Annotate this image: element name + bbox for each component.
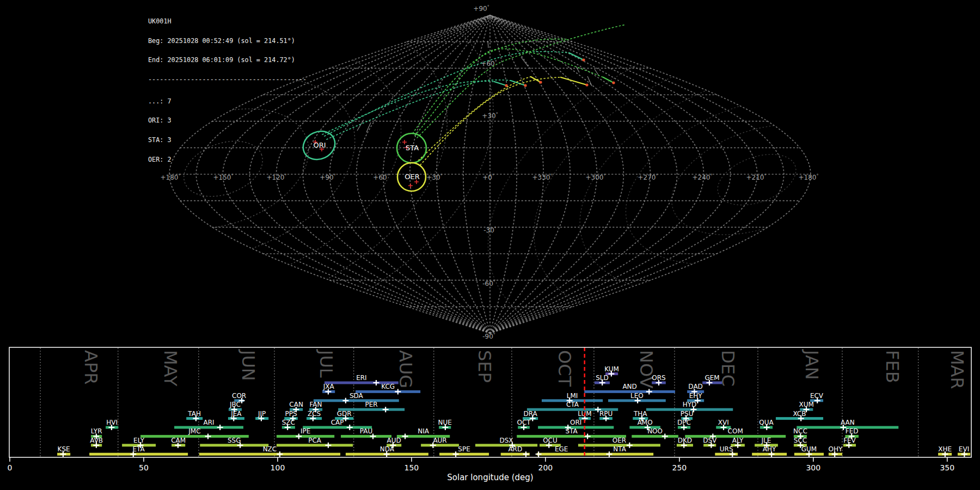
- meteor-track-ori: [322, 81, 494, 134]
- shower-label-nta: NTA: [613, 445, 626, 453]
- lon-label: +240°: [693, 174, 713, 181]
- shower-bar-sda: [314, 399, 399, 402]
- count-ori: ORI: 3: [148, 118, 307, 124]
- shower-label-ocu: OCU: [543, 437, 558, 444]
- x-tick-label: 250: [672, 463, 687, 472]
- shower-szc: SZC: [282, 419, 295, 430]
- lon-label: +330°: [532, 174, 553, 181]
- shower-ahy: AHY: [752, 445, 787, 457]
- shower-dsv: DSV: [703, 437, 717, 448]
- shower-label-dkd: DKD: [678, 437, 692, 444]
- shower-label-per: PER: [365, 401, 378, 408]
- radiant-meteor-mark: [408, 183, 413, 188]
- shower-ege: EGE: [536, 445, 586, 457]
- shower-label-ari: ARI: [203, 419, 214, 426]
- shower-label-ori: ORI: [570, 419, 581, 426]
- shower-peak-marker: [662, 433, 668, 439]
- shower-spe: SPE: [439, 445, 489, 457]
- begin-time: Beg: 20251028 00:52:49 (sol = 214.51°): [148, 38, 307, 45]
- shower-label-zcs: ZCS: [308, 410, 321, 418]
- shower-peak-marker: [395, 389, 401, 394]
- lon-label: +120°: [267, 174, 287, 181]
- shower-label-kse: KSE: [58, 445, 70, 453]
- shower-label-kcg: KCG: [381, 383, 395, 390]
- shower-label-eri: ERI: [356, 374, 366, 382]
- shower-aur: AUR: [421, 437, 459, 448]
- shower-label-noo: NOO: [647, 427, 663, 435]
- lon-label: +270°: [638, 174, 658, 181]
- month-label-jul: JUL: [316, 349, 336, 378]
- count-sporadic: ...: 7: [148, 99, 307, 105]
- shower-dkd: DKD: [677, 437, 693, 448]
- lat-label: -60°: [482, 280, 495, 287]
- x-tick-label: 350: [940, 463, 954, 472]
- shower-label-oer: OER: [612, 437, 626, 444]
- shower-ipe: IPE: [277, 427, 334, 439]
- x-axis-title: Solar longitude (deg): [447, 473, 533, 482]
- month-label-aug: AUG: [395, 350, 416, 388]
- shower-label-urs: URS: [720, 445, 733, 453]
- activity-timeline-chart: APRMAYJUNJULAUGSEPOCTNOVDECJANFEBMARKUME…: [8, 347, 971, 482]
- lon-label: +30°: [426, 174, 442, 181]
- shower-zcs: ZCS: [307, 410, 322, 421]
- shower-label-cta: CTA: [566, 401, 579, 408]
- shower-label-gdr: GDR: [337, 410, 352, 418]
- shower-nzc: NZC: [199, 445, 340, 457]
- meteor-endpoint: [585, 83, 588, 86]
- lon-label: +150°: [213, 174, 234, 181]
- shower-label-and: AND: [622, 383, 636, 390]
- shower-nta: NTA: [586, 445, 653, 457]
- shower-label-nda: NDA: [380, 445, 395, 453]
- meteor-track-oer: [416, 77, 531, 163]
- shower-peak-marker: [205, 433, 211, 439]
- month-label-oct: OCT: [554, 350, 575, 387]
- lat-label: -90°: [482, 333, 495, 340]
- shower-rpu: RPU: [599, 410, 612, 421]
- shower-ors: ORS: [652, 374, 666, 385]
- shower-bar-ege: [537, 453, 586, 456]
- shower-label-aur: AUR: [433, 437, 446, 444]
- month-label-sep: SEP: [474, 350, 495, 383]
- month-label-may: MAY: [160, 350, 181, 387]
- shower-oct: OCT: [517, 419, 531, 430]
- sporadic-meteor-track: [366, 122, 371, 132]
- sporadic-meteor-track: [595, 69, 599, 76]
- shower-avb: AVB: [90, 437, 103, 448]
- shower-label-amo: AMO: [638, 419, 653, 426]
- shower-cam: CAM: [171, 437, 186, 448]
- shower-label-ege: EGE: [555, 445, 568, 453]
- shower-bar-eta: [89, 453, 188, 456]
- shower-label-jmc: JMC: [188, 427, 200, 435]
- shower-peak-marker: [217, 425, 223, 430]
- shower-label-ssg: SSG: [228, 437, 241, 444]
- shower-nda: NDA: [346, 445, 428, 457]
- shower-pau: PAU: [341, 427, 391, 439]
- shower-leo: LEO: [608, 392, 666, 403]
- shower-label-ipe: IPE: [301, 427, 310, 435]
- shower-label-hyd: HYD: [683, 401, 697, 408]
- shower-label-gem: GEM: [705, 374, 719, 382]
- shower-peak-marker: [325, 443, 331, 448]
- shower-label-ohy: OHY: [828, 445, 842, 453]
- header-info: UK001H Beg: 20251028 00:52:49 (sol = 214…: [148, 5, 307, 170]
- month-label-dec: DEC: [718, 350, 738, 387]
- shower-label-aan: AAN: [841, 419, 855, 426]
- shower-label-pau: PAU: [360, 427, 372, 435]
- shower-peak-marker: [347, 425, 353, 430]
- shower-xcb: XCB: [776, 410, 823, 421]
- lon-label: +300°: [586, 174, 606, 181]
- shower-bar-nta: [586, 453, 653, 456]
- shower-label-psu: PSU: [681, 410, 694, 418]
- month-label-apr: APR: [81, 350, 101, 384]
- shower-label-eta: ETA: [133, 445, 145, 453]
- shower-label-jea: JEA: [230, 410, 242, 418]
- shower-bar-ari: [174, 426, 243, 429]
- shower-label-spe: SPE: [458, 445, 470, 453]
- shower-label-nia: NIA: [418, 427, 430, 435]
- shower-peak-marker: [523, 451, 529, 457]
- meteor-endpoint: [524, 84, 526, 87]
- shower-peak-marker: [536, 451, 542, 457]
- shower-label-pca: PCA: [308, 437, 322, 444]
- sporadic-meteor-track: [521, 57, 528, 66]
- month-label-jun: JUN: [238, 349, 259, 381]
